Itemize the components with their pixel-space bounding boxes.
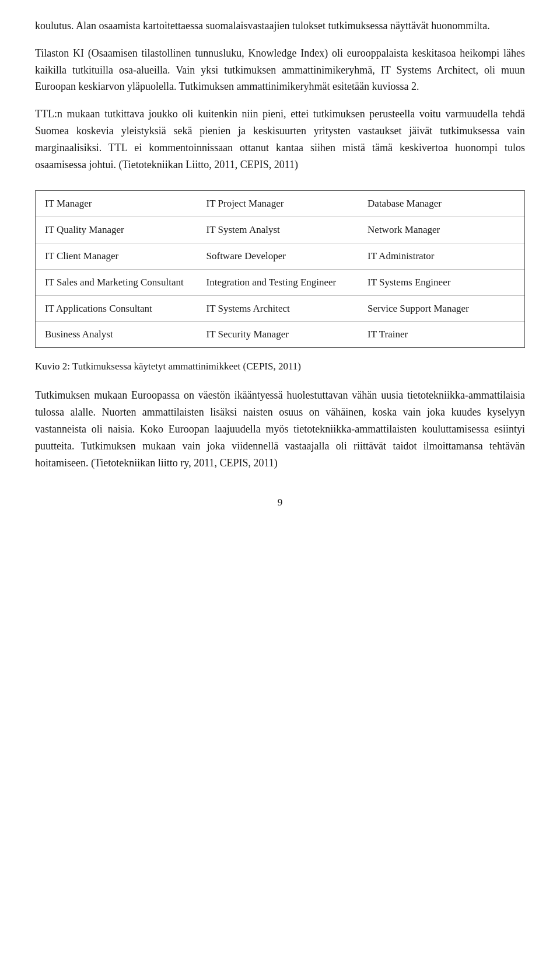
- table-cell-r5-c0: Business Analyst: [36, 322, 197, 347]
- page-content: koulutus. Alan osaamista kartoitettaessa…: [35, 18, 525, 511]
- table-row: Business AnalystIT Security ManagerIT Tr…: [36, 322, 524, 347]
- table-cell-r5-c1: IT Security Manager: [197, 322, 359, 347]
- table-cell-r2-c0: IT Client Manager: [36, 243, 197, 269]
- table-row: IT Quality ManagerIT System AnalystNetwo…: [36, 217, 524, 243]
- table-cell-r3-c2: IT Systems Engineer: [358, 269, 524, 295]
- table-cell-r4-c1: IT Systems Architect: [197, 295, 359, 322]
- table-cell-r2-c2: IT Administrator: [358, 243, 524, 269]
- table-cell-r2-c1: Software Developer: [197, 243, 359, 269]
- job-titles-table-container: IT ManagerIT Project ManagerDatabase Man…: [35, 190, 525, 348]
- table-cell-r0-c2: Database Manager: [358, 191, 524, 217]
- table-row: IT Client ManagerSoftware DeveloperIT Ad…: [36, 243, 524, 269]
- table-cell-r0-c0: IT Manager: [36, 191, 197, 217]
- paragraph-2: Tilaston KI (Osaamisen tilastollinen tun…: [35, 45, 525, 95]
- table-cell-r5-c2: IT Trainer: [358, 322, 524, 347]
- paragraph-after: Tutkimuksen mukaan Euroopassa on väestön…: [35, 387, 525, 471]
- table-cell-r3-c1: Integration and Testing Engineer: [197, 269, 359, 295]
- page-number: 9: [35, 494, 525, 510]
- job-titles-table: IT ManagerIT Project ManagerDatabase Man…: [36, 191, 524, 347]
- table-cell-r1-c2: Network Manager: [358, 217, 524, 243]
- table-cell-r1-c1: IT System Analyst: [197, 217, 359, 243]
- table-row: IT Applications ConsultantIT Systems Arc…: [36, 295, 524, 322]
- table-row: IT Sales and Marketing ConsultantIntegra…: [36, 269, 524, 295]
- table-cell-r4-c2: Service Support Manager: [358, 295, 524, 322]
- table-cell-r3-c0: IT Sales and Marketing Consultant: [36, 269, 197, 295]
- paragraph-1: koulutus. Alan osaamista kartoitettaessa…: [35, 18, 525, 34]
- table-cell-r1-c0: IT Quality Manager: [36, 217, 197, 243]
- table-cell-r0-c1: IT Project Manager: [197, 191, 359, 217]
- table-cell-r4-c0: IT Applications Consultant: [36, 295, 197, 322]
- table-row: IT ManagerIT Project ManagerDatabase Man…: [36, 191, 524, 217]
- paragraph-3: TTL:n mukaan tutkittava joukko oli kuite…: [35, 106, 525, 173]
- figure-caption: Kuvio 2: Tutkimuksessa käytetyt ammattin…: [35, 358, 525, 374]
